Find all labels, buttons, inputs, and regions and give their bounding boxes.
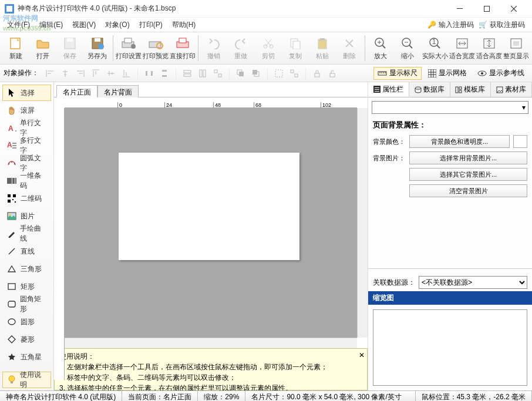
status-page: 当前页面：名片正面	[122, 391, 198, 401]
card-canvas[interactable]	[119, 153, 299, 260]
align-center-v-icon[interactable]	[105, 67, 117, 80]
print-preview-button[interactable]: 打印预览	[142, 33, 169, 63]
align-center-h-icon[interactable]	[59, 67, 72, 80]
tool-rect[interactable]: 矩形	[2, 278, 51, 295]
zoom-in-button[interactable]: 放大	[367, 33, 394, 63]
save-button[interactable]: 保存	[56, 33, 83, 63]
enter-reg-code[interactable]: 🔑输入注册码	[427, 20, 474, 30]
minimize-button[interactable]	[446, 0, 473, 18]
same-width-icon[interactable]	[181, 67, 194, 80]
same-size-icon[interactable]	[211, 67, 224, 80]
tab-front[interactable]: 名片正面	[56, 85, 97, 97]
print-button[interactable]: 直接打印	[169, 33, 196, 63]
menu-help[interactable]: 帮助(H)	[167, 19, 201, 31]
menu-object[interactable]: 对象(O)	[100, 19, 134, 31]
tool-single-text[interactable]: A单行文字	[2, 120, 51, 136]
actual-size-button[interactable]: 1实际大小	[421, 33, 448, 63]
group-icon[interactable]	[272, 67, 285, 80]
tool-ellipse[interactable]: 圆形	[2, 314, 51, 330]
open-button[interactable]: 打开	[29, 33, 56, 63]
menu-print[interactable]: 打印(P)	[134, 19, 167, 31]
align-left-icon[interactable]	[43, 67, 56, 80]
bring-front-icon[interactable]	[234, 67, 247, 80]
align-top-icon[interactable]	[89, 67, 102, 80]
delete-button[interactable]: 删除	[336, 33, 363, 63]
send-back-icon[interactable]	[250, 67, 262, 80]
copy-button[interactable]: 复制	[282, 33, 309, 63]
tool-line[interactable]: 直线	[2, 243, 51, 260]
tool-triangle[interactable]: 三角形	[2, 261, 51, 277]
single-text-icon: A	[6, 123, 16, 133]
menu-edit[interactable]: 编辑(E)	[35, 19, 68, 31]
show-ruler-toggle[interactable]: 显示标尺	[373, 67, 422, 80]
horizontal-ruler: 0 24 48 68 102	[65, 97, 357, 108]
close-button[interactable]	[500, 0, 527, 18]
horizontal-scrollbar[interactable]	[65, 338, 357, 348]
tool-barcode[interactable]: 一维条码	[2, 173, 51, 189]
tool-pan[interactable]: 滚屏	[2, 102, 51, 119]
canvas-area[interactable]	[65, 108, 357, 338]
bg-image-other-button[interactable]: 选择其它背景图片...	[409, 168, 527, 181]
data-source-select[interactable]: <不关联数据源>	[419, 276, 527, 289]
rtab-database[interactable]: 数据库	[409, 82, 450, 97]
rtab-materials[interactable]: 素材库	[491, 82, 532, 97]
bg-color-button[interactable]: 背景颜色和透明度...	[409, 135, 510, 148]
svg-text:A: A	[7, 141, 12, 149]
roundrect-icon	[6, 299, 16, 309]
fit-height-button[interactable]: 适合高度	[476, 33, 503, 63]
bg-properties-section: 页面背景属性： 背景颜色： 背景颜色和透明度... 背景图片： 选择常用背景图片…	[373, 120, 527, 201]
svg-rect-57	[8, 200, 11, 203]
redo-button[interactable]: 重做	[227, 33, 254, 63]
saveas-button[interactable]: 另存为	[84, 33, 111, 63]
unlock-icon[interactable]	[326, 67, 339, 80]
status-mouse: 鼠标位置：45.3 毫米，-26.2 毫米	[416, 391, 532, 401]
distribute-h-icon[interactable]	[143, 67, 156, 80]
tool-star[interactable]: 五角星	[2, 349, 51, 365]
svg-rect-22	[320, 38, 325, 41]
element-selector-combo[interactable]: ▾	[372, 101, 528, 114]
eye-icon	[477, 69, 487, 77]
rtab-properties[interactable]: 属性栏	[368, 82, 409, 97]
svg-rect-2	[457, 8, 463, 9]
ungroup-icon[interactable]	[288, 67, 301, 80]
show-grid-toggle[interactable]: 显示网格	[424, 67, 471, 80]
tool-image[interactable]: 图片	[2, 208, 51, 224]
zoom-out-button[interactable]: 缩小	[394, 33, 421, 63]
tool-roundrect[interactable]: 圆角矩形	[2, 296, 51, 312]
align-right-icon[interactable]	[74, 67, 87, 80]
tool-multi-text[interactable]: A多行文字	[2, 137, 51, 154]
bg-color-swatch[interactable]	[513, 135, 527, 148]
hint-close-icon[interactable]: ✕	[359, 350, 365, 360]
distribute-v-icon[interactable]	[158, 67, 171, 80]
tool-diamond[interactable]: 菱形	[2, 331, 51, 348]
same-height-icon[interactable]	[196, 67, 209, 80]
bg-image-clear-button[interactable]: 清空背景图片	[409, 184, 527, 197]
print-settings-button[interactable]: 打印设置	[115, 33, 142, 63]
show-guide-toggle[interactable]: 显示参考线	[473, 67, 528, 80]
maximize-button[interactable]	[473, 0, 500, 18]
bg-image-common-button[interactable]: 选择常用背景图片...	[409, 151, 527, 164]
menu-file[interactable]: 文件(F)	[2, 19, 35, 31]
tab-back[interactable]: 名片背面	[97, 85, 139, 97]
tool-help[interactable]: 使用说明	[2, 372, 51, 388]
lock-icon[interactable]	[311, 67, 324, 80]
tool-freehand[interactable]: 手绘曲线	[2, 225, 51, 242]
paste-button[interactable]: 粘贴	[309, 33, 336, 63]
tool-arc-text[interactable]: 圆弧文字	[2, 155, 51, 171]
align-bottom-icon[interactable]	[120, 67, 133, 80]
tool-qrcode[interactable]: 二维码	[2, 190, 51, 207]
get-reg-code[interactable]: 🛒获取注册码	[479, 20, 525, 30]
fit-page-button[interactable]: 整页显示	[503, 33, 530, 63]
svg-rect-63	[8, 301, 15, 307]
window-title: 神奇名片设计打印软件 4.0 (试用版) - 未命名1.bscp	[18, 4, 446, 14]
fit-width-button[interactable]: 适合宽度	[449, 33, 476, 63]
status-size: 名片尺寸：90.0 毫米 x 54.0 毫米, 300 像素/英寸	[245, 391, 415, 401]
tool-select[interactable]: 选择	[2, 85, 51, 101]
menu-view[interactable]: 视图(V)	[68, 19, 100, 31]
rtab-templates[interactable]: 模板库	[450, 82, 491, 97]
undo-button[interactable]: 撤销	[200, 33, 227, 63]
cut-button[interactable]: 剪切	[254, 33, 281, 63]
vertical-scrollbar[interactable]	[357, 108, 368, 338]
new-button[interactable]: 新建	[2, 33, 29, 63]
menubar: 文件(F) 编辑(E) 视图(V) 对象(O) 打印(P) 帮助(H) 🔑输入注…	[0, 18, 532, 32]
